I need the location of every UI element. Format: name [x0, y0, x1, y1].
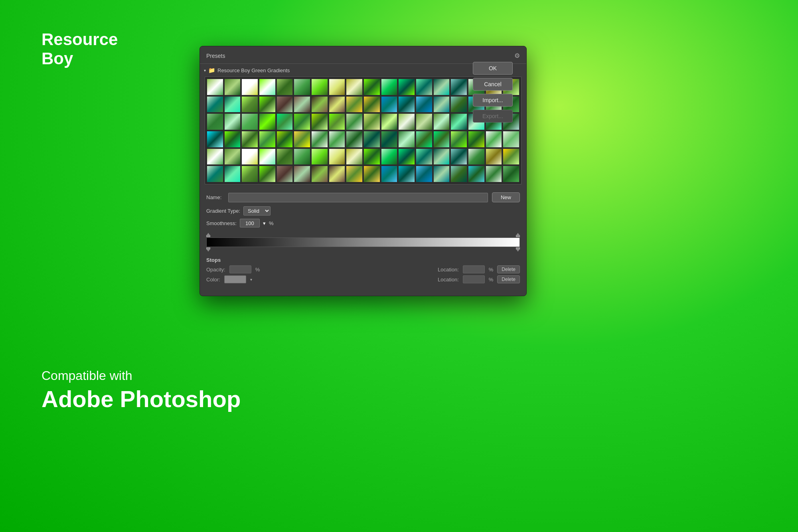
gradient-cell[interactable]: [398, 96, 415, 113]
gradient-cell[interactable]: [503, 148, 519, 165]
gradient-cell[interactable]: [294, 148, 310, 165]
gradient-preview-bar[interactable]: [206, 237, 520, 247]
gradient-cell[interactable]: [433, 96, 450, 113]
gradient-cell[interactable]: [346, 79, 363, 95]
gradient-cell[interactable]: [259, 96, 276, 113]
gradient-cell[interactable]: [259, 166, 276, 182]
gradient-cell[interactable]: [329, 96, 346, 113]
gradient-cell[interactable]: [207, 96, 223, 113]
gradient-cell[interactable]: [294, 96, 310, 113]
gradient-cell[interactable]: [224, 148, 241, 165]
opacity-stop-left[interactable]: [206, 233, 210, 237]
gradient-cell[interactable]: [468, 131, 485, 148]
gradient-cell[interactable]: [329, 113, 346, 130]
gradient-cell[interactable]: [311, 131, 328, 148]
gradient-cell[interactable]: [363, 113, 380, 130]
gradient-cell[interactable]: [433, 79, 450, 95]
gradient-cell[interactable]: [363, 131, 380, 148]
gradient-cell[interactable]: [433, 166, 450, 182]
gradient-cell[interactable]: [259, 148, 276, 165]
gradient-cell[interactable]: [294, 166, 310, 182]
gradient-cell[interactable]: [398, 79, 415, 95]
gradient-cell[interactable]: [450, 148, 467, 165]
export-button[interactable]: Export...: [473, 110, 513, 123]
color-dropdown-icon[interactable]: ▾: [250, 277, 252, 282]
color-stop-right[interactable]: [516, 247, 520, 251]
gear-icon[interactable]: ⚙: [514, 52, 520, 59]
gradient-cell[interactable]: [450, 113, 467, 130]
gradient-cell[interactable]: [277, 113, 293, 130]
gradient-cell[interactable]: [259, 113, 276, 130]
gradient-cell[interactable]: [416, 79, 433, 95]
gradient-cell[interactable]: [346, 148, 363, 165]
gradient-cell[interactable]: [329, 131, 346, 148]
gradient-cell[interactable]: [486, 131, 502, 148]
gradient-cell[interactable]: [241, 166, 258, 182]
gradient-cell[interactable]: [311, 148, 328, 165]
gradient-cell[interactable]: [363, 148, 380, 165]
delete-button-1[interactable]: Delete: [497, 265, 520, 273]
gradient-cell[interactable]: [329, 79, 346, 95]
gradient-cell[interactable]: [381, 79, 398, 95]
gradient-cell[interactable]: [381, 166, 398, 182]
gradient-cell[interactable]: [294, 131, 310, 148]
gradient-cell[interactable]: [398, 113, 415, 130]
new-button[interactable]: New: [492, 192, 520, 202]
gradient-cell[interactable]: [398, 148, 415, 165]
gradient-cell[interactable]: [363, 166, 380, 182]
gradient-cell[interactable]: [329, 166, 346, 182]
import-button[interactable]: Import...: [473, 94, 513, 107]
gradient-cell[interactable]: [346, 113, 363, 130]
gradient-cell[interactable]: [416, 96, 433, 113]
name-input[interactable]: [228, 193, 488, 202]
gradient-cell[interactable]: [450, 166, 467, 182]
gradient-cell[interactable]: [503, 166, 519, 182]
gradient-cell[interactable]: [363, 96, 380, 113]
smoothness-input[interactable]: [240, 219, 260, 227]
gradient-cell[interactable]: [277, 131, 293, 148]
opacity-stop-right[interactable]: [516, 233, 520, 237]
gradient-cell[interactable]: [468, 166, 485, 182]
gradient-cell[interactable]: [433, 131, 450, 148]
location-value-input-2[interactable]: [463, 275, 485, 283]
gradient-cell[interactable]: [398, 131, 415, 148]
gradient-cell[interactable]: [207, 148, 223, 165]
gradient-cell[interactable]: [416, 148, 433, 165]
gradient-cell[interactable]: [450, 79, 467, 95]
gradient-cell[interactable]: [398, 166, 415, 182]
gradient-cell[interactable]: [277, 148, 293, 165]
gradient-cell[interactable]: [241, 148, 258, 165]
gradient-cell[interactable]: [224, 79, 241, 95]
gradient-cell[interactable]: [433, 148, 450, 165]
opacity-value-input[interactable]: [229, 265, 251, 273]
gradient-cell[interactable]: [416, 131, 433, 148]
gradient-type-select[interactable]: Solid Noise: [243, 206, 271, 216]
gradient-cell[interactable]: [277, 96, 293, 113]
gradient-cell[interactable]: [241, 79, 258, 95]
gradient-cell[interactable]: [486, 166, 502, 182]
gradient-cell[interactable]: [416, 166, 433, 182]
gradient-cell[interactable]: [381, 148, 398, 165]
gradient-cell[interactable]: [259, 79, 276, 95]
gradient-cell[interactable]: [207, 113, 223, 130]
gradient-cell[interactable]: [207, 166, 223, 182]
gradient-cell[interactable]: [311, 79, 328, 95]
gradient-cell[interactable]: [346, 166, 363, 182]
cancel-button[interactable]: Cancel: [473, 78, 513, 91]
gradient-cell[interactable]: [207, 131, 223, 148]
gradient-cell[interactable]: [486, 148, 502, 165]
gradient-cell[interactable]: [277, 79, 293, 95]
gradient-cell[interactable]: [450, 96, 467, 113]
gradient-cell[interactable]: [381, 131, 398, 148]
gradient-cell[interactable]: [277, 166, 293, 182]
gradient-cell[interactable]: [311, 113, 328, 130]
gradient-cell[interactable]: [346, 131, 363, 148]
gradient-cell[interactable]: [259, 131, 276, 148]
gradient-cell[interactable]: [224, 113, 241, 130]
gradient-cell[interactable]: [468, 148, 485, 165]
gradient-cell[interactable]: [329, 148, 346, 165]
gradient-cell[interactable]: [503, 131, 519, 148]
gradient-cell[interactable]: [294, 113, 310, 130]
location-value-input-1[interactable]: [463, 265, 485, 273]
gradient-cell[interactable]: [241, 96, 258, 113]
